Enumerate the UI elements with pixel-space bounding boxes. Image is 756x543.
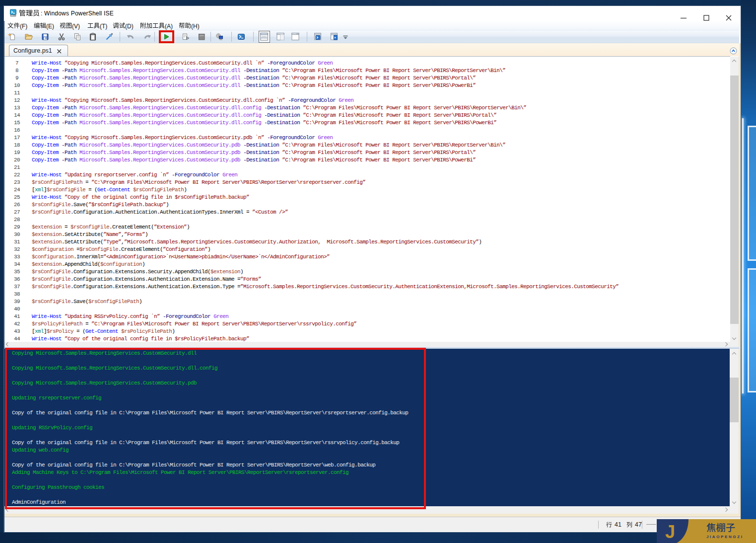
- svg-text:J: J: [665, 522, 675, 542]
